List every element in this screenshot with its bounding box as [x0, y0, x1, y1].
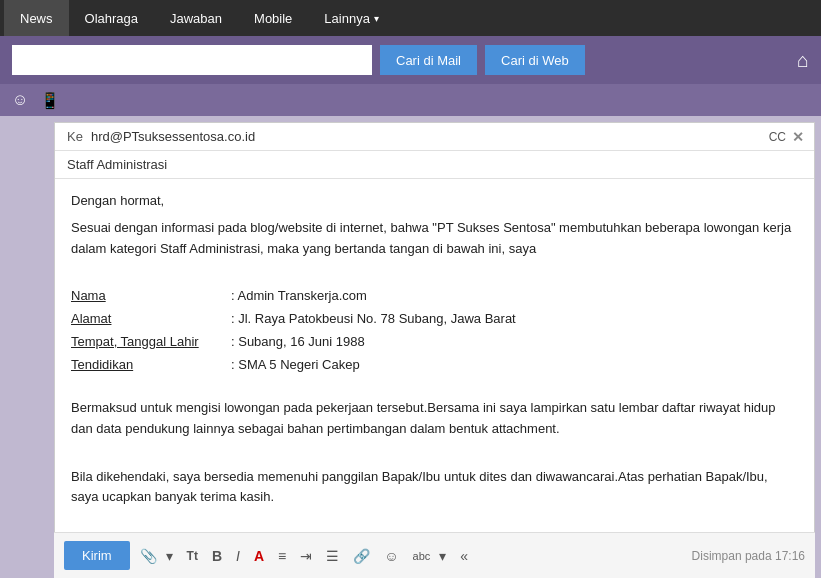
- body-paragraph2: Bermaksud untuk mengisi lowongan pada pe…: [71, 398, 798, 440]
- emoji-icon: ☺: [384, 548, 398, 564]
- field-value-nama: : Admin Transkerja.com: [231, 286, 367, 307]
- nav-item-mobile[interactable]: Mobile: [238, 0, 308, 36]
- body-paragraph3: Bila dikehendaki, saya bersedia memenuhi…: [71, 467, 798, 509]
- more-options-icon: «: [460, 548, 468, 564]
- nav-bar: News Olahraga Jawaban Mobile Lainnya ▾: [0, 0, 821, 36]
- nav-item-olahraga[interactable]: Olahraga: [69, 0, 154, 36]
- nav-item-jawaban[interactable]: Jawaban: [154, 0, 238, 36]
- text-format-icon: Tt: [187, 549, 198, 563]
- nav-item-news[interactable]: News: [4, 0, 69, 36]
- email-to-row: Ke hrd@PTsuksessentosa.co.id CC ✕: [55, 123, 814, 151]
- field-pendidikan: Tendidikan : SMA 5 Negeri Cakep: [71, 355, 798, 376]
- to-address: hrd@PTsuksessentosa.co.id: [91, 129, 255, 144]
- save-status: Disimpan pada 17:16: [692, 549, 805, 563]
- search-web-button[interactable]: Cari di Web: [485, 45, 585, 75]
- bold-icon: B: [212, 548, 222, 564]
- field-value-pendidikan: : SMA 5 Negeri Cakep: [231, 355, 360, 376]
- link-icon: 🔗: [353, 548, 370, 564]
- email-subject-row: Staff Administrasi: [55, 151, 814, 179]
- email-body: Dengan hormat, Sesuai dengan informasi p…: [55, 179, 814, 578]
- nav-item-lainnya[interactable]: Lainnya ▾: [308, 0, 395, 36]
- mobile-icon[interactable]: 📱: [40, 91, 60, 110]
- user-icon[interactable]: ☺: [12, 91, 28, 109]
- align-button[interactable]: ☰: [322, 546, 343, 566]
- attach-button[interactable]: 📎: [136, 546, 161, 566]
- search-mail-button[interactable]: Cari di Mail: [380, 45, 477, 75]
- body-greeting: Dengan hormat,: [71, 191, 798, 212]
- indent-button[interactable]: ⇥: [296, 546, 316, 566]
- field-label-pendidikan: Tendidikan: [71, 355, 231, 376]
- align-icon: ☰: [326, 548, 339, 564]
- field-alamat: Alamat : Jl. Raya Patokbeusi No. 78 Suba…: [71, 309, 798, 330]
- link-button[interactable]: 🔗: [349, 546, 374, 566]
- italic-icon: I: [236, 548, 240, 564]
- font-color-icon: A: [254, 548, 264, 564]
- attach-dropdown[interactable]: 📎 ▾: [136, 546, 177, 566]
- more-options-button[interactable]: «: [456, 546, 472, 566]
- emoji-button[interactable]: ☺: [380, 546, 402, 566]
- field-value-alamat: : Jl. Raya Patokbeusi No. 78 Subang, Jaw…: [231, 309, 516, 330]
- send-button[interactable]: Kirim: [64, 541, 130, 570]
- field-value-ttl: : Subang, 16 Juni 1988: [231, 332, 365, 353]
- chevron-down-icon: ▾: [374, 13, 379, 24]
- close-button[interactable]: ✕: [792, 129, 804, 145]
- send-label: Kirim: [82, 548, 112, 563]
- body-intro: Sesuai dengan informasi pada blog/websit…: [71, 218, 798, 260]
- icon-bar: ☺ 📱: [0, 84, 821, 116]
- nav-label-mobile: Mobile: [254, 11, 292, 26]
- search-input[interactable]: [12, 45, 372, 75]
- cc-label[interactable]: CC: [769, 130, 786, 144]
- field-nama: Nama : Admin Transkerja.com: [71, 286, 798, 307]
- field-ttl: Tempat, Tanggal Lahir : Subang, 16 Juni …: [71, 332, 798, 353]
- to-label: Ke: [67, 129, 83, 144]
- italic-button[interactable]: I: [232, 546, 244, 566]
- nav-label-news: News: [20, 11, 53, 26]
- compose-toolbar: Kirim 📎 ▾ Tt B I A ≡ ⇥ ☰ 🔗 ☺ abc ▾ « Dis: [54, 532, 815, 578]
- indent-icon: ⇥: [300, 548, 312, 564]
- list-icon: ≡: [278, 548, 286, 564]
- spellcheck-button[interactable]: abc: [409, 548, 435, 564]
- field-label-ttl: Tempat, Tanggal Lahir: [71, 332, 231, 353]
- format-text-button[interactable]: Tt: [183, 547, 202, 565]
- nav-label-olahraga: Olahraga: [85, 11, 138, 26]
- email-compose: Ke hrd@PTsuksessentosa.co.id CC ✕ Staff …: [54, 122, 815, 578]
- field-label-nama: Nama: [71, 286, 231, 307]
- search-bar: Cari di Mail Cari di Web ⌂: [0, 36, 821, 84]
- font-color-button[interactable]: A: [250, 546, 268, 566]
- attach-chevron[interactable]: ▾: [162, 546, 177, 566]
- unordered-list-button[interactable]: ≡: [274, 546, 290, 566]
- spellcheck-dropdown[interactable]: abc ▾: [409, 546, 451, 566]
- email-subject: Staff Administrasi: [67, 157, 167, 172]
- bold-button[interactable]: B: [208, 546, 226, 566]
- search-mail-label: Cari di Mail: [396, 53, 461, 68]
- spellcheck-chevron[interactable]: ▾: [435, 546, 450, 566]
- home-icon[interactable]: ⌂: [797, 49, 809, 72]
- field-label-alamat: Alamat: [71, 309, 231, 330]
- nav-label-lainnya: Lainnya: [324, 11, 370, 26]
- spellcheck-icon: abc: [413, 550, 431, 562]
- search-web-label: Cari di Web: [501, 53, 569, 68]
- nav-label-jawaban: Jawaban: [170, 11, 222, 26]
